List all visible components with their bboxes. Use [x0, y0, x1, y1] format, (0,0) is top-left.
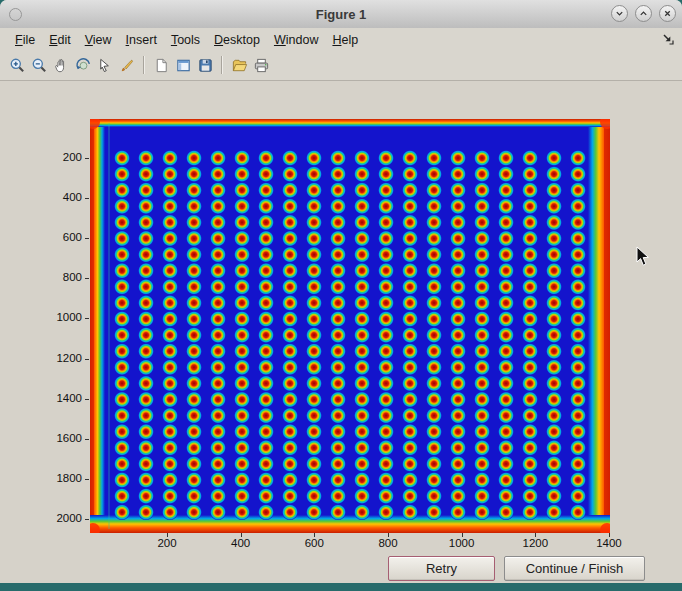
y-tick-mark	[85, 158, 89, 159]
x-tick-label: 1400	[587, 537, 631, 549]
menu-tools[interactable]: Tools	[164, 33, 207, 47]
x-tick-label: 1000	[440, 537, 484, 549]
title-bar[interactable]: Figure 1	[0, 0, 682, 29]
menu-insert[interactable]: Insert	[119, 33, 164, 47]
y-tick-mark	[85, 479, 89, 480]
x-tick-label: 400	[219, 537, 263, 549]
y-tick-label: 400	[40, 191, 82, 203]
toolbar-separator	[221, 56, 223, 74]
y-tick-label: 800	[40, 271, 82, 283]
x-tick-mark	[241, 533, 242, 537]
x-tick-mark	[388, 533, 389, 537]
y-tick-mark	[85, 439, 89, 440]
menu-desktop[interactable]: Desktop	[207, 33, 267, 47]
toolbar-separator	[143, 56, 145, 74]
menu-edit[interactable]: Edit	[42, 33, 78, 47]
y-tick-mark	[85, 359, 89, 360]
x-tick-label: 800	[366, 537, 410, 549]
open-icon[interactable]	[228, 54, 250, 76]
y-tick-mark	[85, 399, 89, 400]
chevron-up-icon	[639, 9, 648, 18]
window-title: Figure 1	[316, 7, 367, 22]
x-tick-mark	[167, 533, 168, 537]
plot-image[interactable]	[90, 119, 610, 533]
y-tick-label: 1000	[40, 311, 82, 323]
zoom-out-icon[interactable]	[28, 54, 50, 76]
y-tick-label: 600	[40, 231, 82, 243]
y-tick-label: 1600	[40, 432, 82, 444]
y-tick-label: 1800	[40, 472, 82, 484]
x-tick-mark	[462, 533, 463, 537]
y-tick-mark	[85, 198, 89, 199]
save-icon[interactable]	[194, 54, 216, 76]
close-button[interactable]	[659, 5, 676, 22]
x-tick-label: 200	[145, 537, 189, 549]
print-icon[interactable]	[250, 54, 272, 76]
mouse-cursor	[636, 246, 650, 267]
retry-button[interactable]: Retry	[388, 556, 495, 581]
x-tick-label: 1200	[513, 537, 557, 549]
rotate-3d-icon[interactable]	[72, 54, 94, 76]
x-tick-mark	[314, 533, 315, 537]
window-controls	[611, 5, 676, 22]
y-tick-mark	[85, 519, 89, 520]
shade-button[interactable]	[611, 5, 628, 22]
figure-toolbar	[0, 50, 682, 81]
plot-tools-icon[interactable]	[172, 54, 194, 76]
close-icon	[663, 9, 672, 18]
dock-figure-icon[interactable]	[661, 32, 675, 46]
y-tick-mark	[85, 238, 89, 239]
x-tick-mark	[535, 533, 536, 537]
zoom-in-icon[interactable]	[6, 54, 28, 76]
window-menu-icon[interactable]	[9, 8, 22, 21]
menu-window[interactable]: Window	[267, 33, 325, 47]
brush-icon[interactable]	[116, 54, 138, 76]
data-cursor-icon[interactable]	[94, 54, 116, 76]
desktop: { "window": { "title": "Figure 1", "titl…	[0, 0, 682, 591]
y-tick-label: 1400	[40, 392, 82, 404]
new-figure-icon[interactable]	[150, 54, 172, 76]
continue-finish-button[interactable]: Continue / Finish	[504, 556, 645, 581]
figure-window: Figure 1 FileEditViewInsertToolsDesktopW…	[0, 0, 682, 583]
menu-bar: FileEditViewInsertToolsDesktopWindowHelp	[0, 28, 682, 50]
figure-canvas[interactable]: Retry Continue / Finish 2004006008001000…	[0, 81, 682, 583]
y-tick-mark	[85, 318, 89, 319]
x-tick-label: 600	[292, 537, 336, 549]
x-tick-mark	[609, 533, 610, 537]
y-tick-label: 2000	[40, 512, 82, 524]
y-tick-label: 1200	[40, 352, 82, 364]
chevron-down-icon	[615, 9, 624, 18]
maximize-button[interactable]	[635, 5, 652, 22]
menu-view[interactable]: View	[78, 33, 119, 47]
pan-icon[interactable]	[50, 54, 72, 76]
y-tick-label: 200	[40, 151, 82, 163]
menu-help[interactable]: Help	[325, 33, 365, 47]
y-tick-mark	[85, 278, 89, 279]
menu-file[interactable]: File	[8, 33, 42, 47]
